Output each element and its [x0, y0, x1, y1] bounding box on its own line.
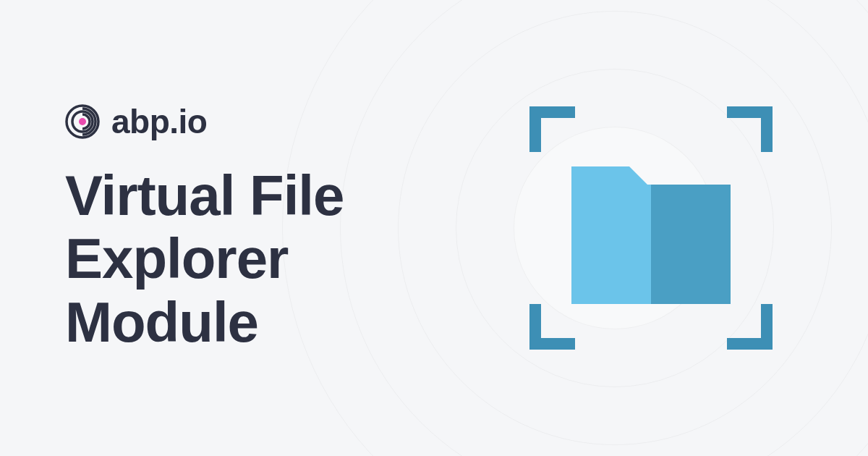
title-line-2: Explorer	[65, 227, 288, 290]
title-line-3: Module	[65, 290, 258, 354]
banner-content: abp.io Virtual File Explorer Module	[0, 0, 868, 456]
text-column: abp.io Virtual File Explorer Module	[65, 102, 499, 354]
page-title: Virtual File Explorer Module	[65, 164, 499, 354]
brand-logo: abp.io	[65, 102, 499, 141]
illustration-column	[499, 90, 803, 366]
svg-point-2	[79, 118, 86, 125]
abp-logo-icon	[65, 104, 100, 139]
brand-name: abp.io	[111, 102, 207, 141]
folder-scan-icon	[514, 90, 788, 366]
title-line-1: Virtual File	[65, 164, 344, 227]
